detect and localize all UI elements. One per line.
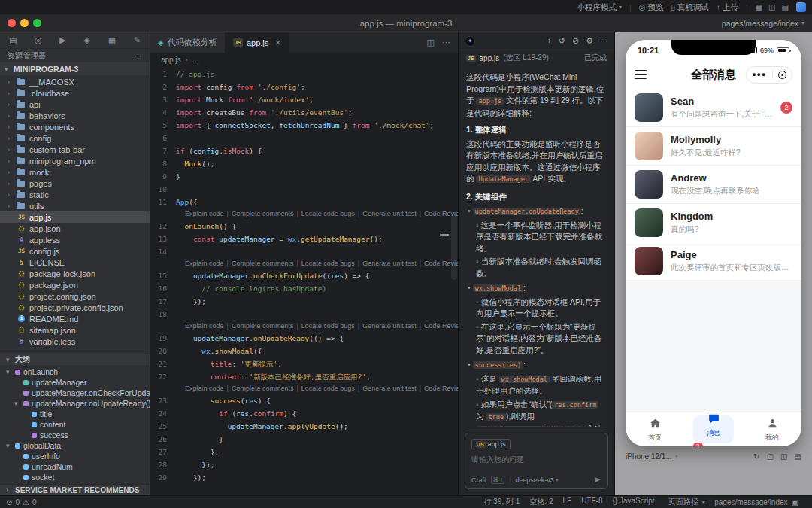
status-item[interactable]: 空格: 2 bbox=[529, 497, 553, 507]
remote-debug-button[interactable]: ▯真机调试 bbox=[671, 2, 709, 13]
status-item[interactable]: UTF-8 bbox=[581, 497, 602, 507]
send-icon[interactable] bbox=[593, 476, 601, 484]
tree-item-custom-tab-bar[interactable]: ›custom-tab-bar bbox=[0, 144, 150, 155]
codelens-action[interactable]: Code Review bbox=[424, 383, 458, 394]
search-icon[interactable]: ◎ bbox=[35, 35, 42, 45]
tree-item-utils[interactable]: ›utils bbox=[0, 200, 150, 211]
outline-item-globalData[interactable]: ▾globalData bbox=[0, 440, 150, 451]
tab-消息[interactable]: 消息2 bbox=[684, 412, 743, 446]
tree-item-__MACOSX[interactable]: ›__MACOSX bbox=[0, 76, 150, 87]
outline-item-content[interactable]: content bbox=[0, 419, 150, 430]
tab-首页[interactable]: 首页 bbox=[626, 412, 684, 446]
tree-item-variable.less[interactable]: #variable.less bbox=[0, 336, 150, 347]
code-editor[interactable]: 1// app.js2import config from './config'… bbox=[150, 66, 458, 495]
codelens-action[interactable]: Locate code bugs bbox=[301, 208, 355, 220]
codelens-action[interactable]: Complete comments bbox=[232, 383, 294, 394]
tree-item-project.config.json[interactable]: {}project.config.json bbox=[0, 291, 150, 302]
close-tab-icon[interactable]: × bbox=[275, 38, 280, 48]
model-selector[interactable]: deepseek-v3 ▾ bbox=[515, 476, 559, 484]
message-item-Paige[interactable]: Paige此次要评审的首页和专区页改版的交互方案 bbox=[626, 242, 801, 281]
breadcrumb[interactable]: app.js › … bbox=[150, 53, 458, 66]
codelens-action[interactable]: Complete comments bbox=[232, 321, 294, 332]
codelens-action[interactable]: Code Review bbox=[424, 321, 458, 332]
codelens-action[interactable]: Complete comments bbox=[232, 208, 294, 220]
tree-item-config.js[interactable]: JSconfig.js bbox=[0, 245, 150, 257]
panel-layout-icon[interactable]: ▦ bbox=[756, 3, 762, 11]
service-market-header[interactable]: › SERVICE MARKET RECOMMENDS bbox=[0, 484, 150, 495]
device-selector[interactable]: iPhone 12/1... bbox=[626, 452, 672, 461]
run-icon[interactable]: ▶ bbox=[59, 35, 65, 45]
ai-input-box[interactable]: JS app.js 请输入您的问题 Craft ⌘ I | deepseek-v… bbox=[465, 433, 608, 490]
close-capsule-icon[interactable] bbox=[778, 71, 786, 79]
codelens-action[interactable]: Generate unit test bbox=[362, 383, 417, 394]
tree-item-behaviors[interactable]: ›behaviors bbox=[0, 110, 150, 121]
status-item[interactable]: LF bbox=[562, 497, 571, 507]
split-icon[interactable]: ◫ bbox=[780, 452, 787, 461]
tree-item-package-lock.json[interactable]: {}package-lock.json bbox=[0, 268, 150, 279]
tree-item-pages[interactable]: ›pages bbox=[0, 178, 150, 189]
history-icon[interactable]: ↺ bbox=[559, 36, 565, 46]
new-chat-icon[interactable]: + bbox=[547, 36, 551, 46]
tree-item-app.json[interactable]: {}app.json bbox=[0, 223, 150, 234]
outline-item-onLaunch[interactable]: ▾onLaunch bbox=[0, 367, 150, 377]
explorer-icon[interactable]: ▤ bbox=[9, 35, 17, 45]
preview-button[interactable]: ◎预览 bbox=[639, 2, 664, 13]
ai-input-placeholder[interactable]: 请输入您的问题 bbox=[471, 455, 601, 465]
settings-gear-icon[interactable]: ⚙ bbox=[586, 36, 593, 46]
codelens-action[interactable]: Locate code bugs bbox=[301, 258, 355, 269]
debug-icon[interactable]: ◈ bbox=[84, 35, 90, 45]
tree-item-static[interactable]: ›static bbox=[0, 189, 150, 200]
tree-item-project.private.config.json[interactable]: {}project.private.config.json bbox=[0, 302, 150, 313]
message-item-Andrew[interactable]: Andrew现在没空,晚点再联系你哈 bbox=[626, 166, 801, 204]
tab-code-dependency-analysis[interactable]: ◈ 代码依赖分析 bbox=[150, 32, 226, 53]
outline-item-userInfo[interactable]: userInfo bbox=[0, 451, 150, 461]
codelens-action[interactable]: Explain code bbox=[185, 383, 224, 394]
page-path-value[interactable]: pages/message/index bbox=[714, 498, 787, 506]
breadcrumb-item[interactable]: … bbox=[192, 56, 199, 64]
project-root-row[interactable]: ▾ MINIPROGRAM-3 bbox=[0, 62, 150, 75]
outline-item-unreadNum[interactable]: unreadNum bbox=[0, 461, 150, 472]
page-path-label[interactable]: 页面路径 bbox=[668, 497, 698, 507]
tree-item-.cloudbase[interactable]: ›.cloudbase bbox=[0, 87, 150, 99]
problems-indicator[interactable]: ⊘0 ⚠0 bbox=[6, 498, 36, 506]
outline-item-updateManager.onCheckForUpdate[interactable]: updateManager.onCheckForUpdate() call... bbox=[0, 388, 150, 398]
outline-item-title[interactable]: title bbox=[0, 409, 150, 419]
codelens-action[interactable]: Generate unit test bbox=[362, 321, 417, 332]
codelens-action[interactable]: Generate unit test bbox=[362, 258, 417, 269]
message-item-Sean[interactable]: Sean有个问题想咨询一下,关于TDesign组件...2 bbox=[626, 89, 801, 127]
edit-icon[interactable]: ✎ bbox=[134, 35, 141, 45]
sidebar-toggle-icon[interactable]: ▤ bbox=[782, 3, 789, 11]
frame-icon[interactable]: ▢ bbox=[767, 452, 774, 461]
open-external-icon[interactable]: ▣ bbox=[792, 498, 798, 506]
more-menu-icon[interactable]: ●●● bbox=[752, 71, 766, 78]
tree-item-miniprogram_npm[interactable]: ›miniprogram_npm bbox=[0, 155, 150, 166]
message-item-Kingdom[interactable]: Kingdom真的吗? bbox=[626, 204, 801, 242]
extensions-icon[interactable]: ▦ bbox=[108, 35, 116, 45]
breadcrumb-item[interactable]: app.js bbox=[161, 56, 181, 64]
tree-item-api[interactable]: ›api bbox=[0, 99, 150, 110]
codelens-action[interactable]: Locate code bugs bbox=[301, 383, 355, 394]
more-actions-icon[interactable]: ⋯ bbox=[135, 52, 142, 60]
outline-header[interactable]: ▾ 大纲 bbox=[0, 354, 150, 365]
split-view-icon[interactable]: ◫ bbox=[768, 3, 775, 11]
status-item[interactable]: 行 39, 列 1 bbox=[484, 497, 520, 507]
craft-button[interactable]: Craft bbox=[471, 476, 486, 484]
tree-item-app.less[interactable]: #app.less bbox=[0, 234, 150, 245]
context-chip[interactable]: JS app.js bbox=[471, 439, 511, 449]
tab-我的[interactable]: 我的 bbox=[743, 412, 801, 446]
minimize-window-button[interactable] bbox=[20, 19, 29, 27]
tree-item-config[interactable]: ›config bbox=[0, 132, 150, 144]
menu-hamburger-icon[interactable] bbox=[635, 70, 647, 78]
assistant-avatar-icon[interactable]: ✦ bbox=[465, 36, 475, 47]
close-window-button[interactable] bbox=[8, 19, 16, 27]
message-item-Mollymolly[interactable]: Mollymolly好久不见,最近咋样? bbox=[626, 127, 801, 166]
maximize-window-button[interactable] bbox=[33, 19, 41, 27]
page-path-selector[interactable]: pages/message/index ▾ bbox=[722, 19, 804, 28]
outline-item-updateManager[interactable]: updateManager bbox=[0, 377, 150, 388]
tree-item-LICENSE[interactable]: §LICENSE bbox=[0, 257, 150, 268]
outline-item-success[interactable]: success bbox=[0, 430, 150, 440]
upload-button[interactable]: ↑上传 bbox=[717, 2, 738, 13]
codelens-action[interactable]: Explain code bbox=[185, 208, 224, 220]
tree-item-sitemap.json[interactable]: {}sitemap.json bbox=[0, 324, 150, 336]
tab-app-js[interactable]: JS app.js × bbox=[226, 32, 289, 53]
